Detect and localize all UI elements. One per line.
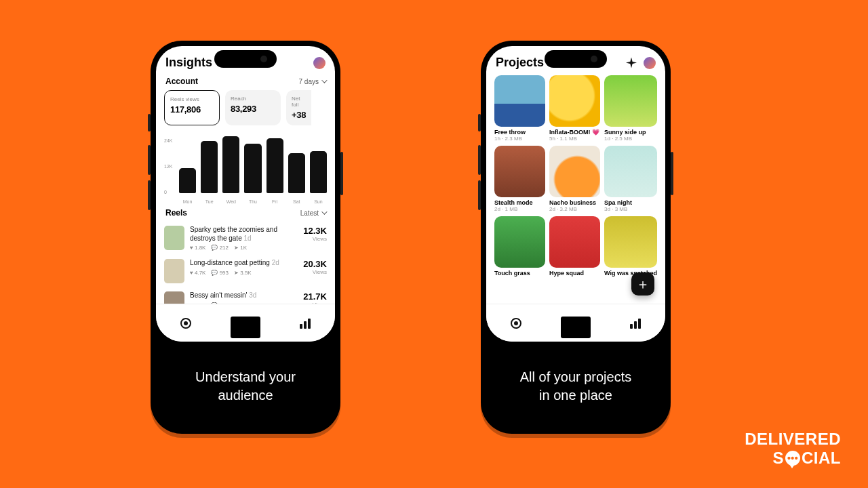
- comments-count: 💬 212: [211, 245, 229, 251]
- chart-bar: [267, 138, 283, 193]
- reel-row[interactable]: Long-distance goat petting 2d♥ 4.7K💬 993…: [163, 255, 328, 287]
- views-bar-chart: 24K 12K 0 MonTueWedThuFriSatSun: [164, 132, 327, 204]
- caption-left: Understand your audience: [156, 344, 335, 428]
- reel-views: 12.3K: [303, 226, 327, 236]
- reel-title: Bessy ain't messin' 3d: [190, 291, 298, 300]
- phone-insights: Insights Account 7 days Reels views 117,…: [151, 41, 340, 434]
- reel-title: Long-distance goat petting 2d: [190, 259, 298, 268]
- chart-bar: [288, 153, 305, 193]
- dynamic-island: [545, 50, 607, 68]
- tab-insights[interactable]: [620, 312, 650, 334]
- project-thumbnail: [494, 75, 545, 127]
- project-thumbnail: [549, 75, 600, 127]
- chevron-down-icon: [321, 77, 327, 83]
- reel-thumbnail: [164, 226, 184, 250]
- tab-insights[interactable]: [290, 312, 320, 334]
- tab-bar: [156, 304, 335, 342]
- metric-value: 117,806: [170, 104, 214, 115]
- bars-icon: [630, 318, 641, 329]
- y-tick: 24K: [164, 138, 172, 143]
- project-thumbnail: [549, 216, 600, 268]
- x-tick: Sun: [310, 199, 327, 204]
- project-tile[interactable]: Sunny side up1d · 2.5 MB: [604, 75, 657, 142]
- chart-bar: [222, 136, 239, 193]
- y-tick: 0: [164, 190, 167, 195]
- x-tick: Tue: [201, 199, 218, 204]
- caption-right: All of your projects in one place: [486, 344, 665, 428]
- project-subtitle: 1d · 2.5 MB: [604, 136, 657, 142]
- metric-card-net-followers[interactable]: Net foll +38: [286, 90, 311, 125]
- date-range-dropdown[interactable]: 7 days: [299, 78, 326, 85]
- shares-count: ➤ 1K: [234, 245, 247, 251]
- avatar[interactable]: [644, 57, 656, 69]
- project-subtitle: 2d · 1 MB: [494, 206, 545, 212]
- date-range-value: 7 days: [299, 78, 319, 85]
- project-tile[interactable]: Free throw1h · 2.3 MB: [494, 75, 545, 142]
- likes-count: ♥ 1.8K: [190, 245, 205, 251]
- plus-icon: ＋: [636, 275, 650, 293]
- metric-cards: Reels views 117,806 Reach 83,293 Net fol…: [163, 90, 328, 132]
- account-section-label: Account: [165, 77, 198, 86]
- project-thumbnail: [604, 216, 657, 268]
- project-thumbnail: [494, 146, 545, 197]
- project-title: Inflata-BOOM! 💗: [549, 129, 600, 136]
- avatar[interactable]: [313, 57, 326, 69]
- speech-bubble-icon: •••: [785, 451, 800, 466]
- reel-views: 20.3K: [303, 259, 327, 269]
- new-project-button[interactable]: ＋: [631, 272, 654, 296]
- dynamic-island: [214, 50, 277, 68]
- metric-card-reach[interactable]: Reach 83,293: [225, 90, 281, 125]
- project-tile[interactable]: Touch grass: [494, 216, 545, 277]
- project-subtitle: 2d · 3.2 MB: [549, 206, 600, 212]
- record-icon: [511, 318, 521, 329]
- project-tile[interactable]: Inflata-BOOM! 💗5h · 1.1 MB: [549, 75, 600, 142]
- project-tile[interactable]: Hype squad: [549, 216, 600, 277]
- project-tile[interactable]: Nacho business2d · 3.2 MB: [549, 146, 600, 212]
- tab-bar: [486, 304, 665, 342]
- home-indicator: [561, 317, 591, 338]
- reels-sort-dropdown[interactable]: Latest: [300, 209, 326, 217]
- record-icon: [180, 318, 191, 329]
- reels-section-label: Reels: [165, 208, 187, 218]
- likes-count: ♥ 4.7K: [190, 270, 205, 276]
- x-tick: Sat: [288, 199, 305, 204]
- project-title: Free throw: [494, 129, 545, 136]
- page-title: Projects: [496, 56, 544, 70]
- project-thumbnail: [604, 146, 657, 197]
- y-tick: 12K: [164, 164, 172, 169]
- project-tile[interactable]: Wig was snatched: [604, 216, 657, 277]
- tab-record[interactable]: [171, 312, 201, 334]
- page-title: Insights: [165, 56, 212, 70]
- metric-label: Net foll: [292, 96, 306, 108]
- reels-sort-value: Latest: [300, 209, 319, 217]
- phone-projects: Projects Free throw1h · 2.3 MBInflata-BO…: [481, 41, 671, 434]
- x-tick: Mon: [179, 199, 196, 204]
- x-tick: Thu: [244, 199, 261, 204]
- sparkle-icon[interactable]: [626, 58, 637, 68]
- project-subtitle: 3d · 3 MB: [604, 206, 657, 212]
- projects-grid: Free throw1h · 2.3 MBInflata-BOOM! 💗5h ·…: [493, 75, 658, 281]
- tab-record[interactable]: [501, 312, 531, 334]
- reel-row[interactable]: Sparky gets the zoomies and destroys the…: [163, 222, 328, 255]
- metric-card-reels-views[interactable]: Reels views 117,806: [164, 90, 220, 125]
- project-tile[interactable]: Stealth mode2d · 1 MB: [494, 146, 545, 212]
- home-indicator: [231, 317, 260, 338]
- project-title: Stealth mode: [494, 199, 545, 206]
- project-title: Nacho business: [549, 199, 600, 206]
- metric-label: Reels views: [170, 96, 214, 102]
- project-tile[interactable]: Spa night3d · 3 MB: [604, 146, 657, 212]
- delivered-social-logo: DELIVERED S ••• CIAL: [745, 430, 841, 468]
- chevron-down-icon: [321, 209, 327, 214]
- x-tick: Wed: [222, 199, 239, 204]
- metric-label: Reach: [231, 96, 275, 102]
- chart-bar: [244, 144, 261, 193]
- project-subtitle: 5h · 1.1 MB: [549, 136, 600, 142]
- bars-icon: [300, 318, 311, 329]
- chart-bar: [179, 168, 196, 193]
- reel-meta: ♥ 4.7K💬 993➤ 3.5K: [190, 270, 298, 276]
- project-title: Sunny side up: [604, 129, 657, 136]
- reel-meta: ♥ 1.8K💬 212➤ 1K: [190, 245, 298, 251]
- chart-bar: [201, 141, 218, 193]
- chart-bar: [310, 151, 327, 193]
- projects-screen: Projects Free throw1h · 2.3 MBInflata-BO…: [486, 46, 665, 342]
